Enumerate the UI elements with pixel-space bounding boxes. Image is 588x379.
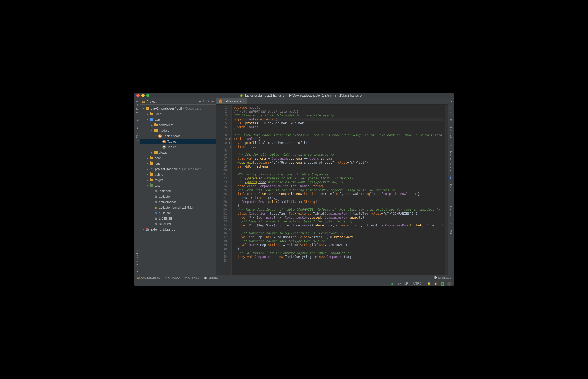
tool-event-log[interactable]: 💬 Event Log xyxy=(434,276,451,280)
impl-mark-icon[interactable]: ● xyxy=(229,141,230,145)
database-icon[interactable]: ☰ xyxy=(450,196,452,200)
tree-target[interactable]: ▶target xyxy=(140,177,216,183)
maximize-icon[interactable] xyxy=(146,94,149,97)
title-path: [~/Downloads/activator-1.3.5-minimal/pla… xyxy=(289,94,364,97)
tree-test[interactable]: ▶test xyxy=(140,183,216,188)
tool-cdi[interactable]: CDI xyxy=(449,107,452,114)
memory-indicator[interactable] xyxy=(447,282,451,286)
label: public xyxy=(155,173,163,176)
close-icon[interactable]: × xyxy=(243,99,245,103)
tree-project[interactable]: ▶≡project[root-build](sources root xyxy=(140,166,216,172)
svg-rect-4 xyxy=(150,118,153,121)
inspection-icon[interactable]: T xyxy=(441,282,444,286)
tree-views[interactable]: ▶views xyxy=(140,150,216,155)
window-title: ◉ Tables.scala - play2-hands-on - [~/Dow… xyxy=(153,94,452,97)
clock-icon[interactable]: ◕ xyxy=(391,282,394,286)
label: activator.bat xyxy=(159,200,176,204)
project-pane-header: ▦ Project ⊕ ⇊ ⚙ ⭰ xyxy=(140,98,216,105)
tool-favorites[interactable]: 2: Favorites xyxy=(136,249,139,266)
svg-rect-13 xyxy=(150,156,151,157)
scope-icon[interactable]: ⊕ xyxy=(199,100,201,103)
tool-sbt[interactable]: SBT xyxy=(449,229,452,237)
tree-tables-o[interactable]: OTables xyxy=(140,139,216,144)
minimize-icon[interactable] xyxy=(141,94,145,97)
tree-readme[interactable]: 🗎README xyxy=(140,221,216,227)
file-type-icon: O xyxy=(219,99,222,103)
db-icon[interactable]: ◪ xyxy=(136,118,139,121)
tool-todo[interactable]: ✎ 6: TODO xyxy=(165,276,180,280)
cdi-icon[interactable]: ◔ xyxy=(450,100,452,104)
left-tool-rail: 1: Project ◪ 7: Structure 2: Favorites ★ xyxy=(134,98,140,275)
tree-activator[interactable]: 🗎activator xyxy=(140,194,216,199)
project-tree[interactable]: ▼play2-hands-on[root]~/Downloads ▶.idea … xyxy=(140,105,216,275)
sbt-icon[interactable]: ≡ xyxy=(450,222,452,225)
impl-mark-icon[interactable]: ● xyxy=(229,227,230,231)
inspection-ok-icon[interactable]: ✓ xyxy=(446,106,448,110)
titlebar: ◉ Tables.scala - play2-hands-on - [~/Dow… xyxy=(134,93,454,98)
svg-rect-15 xyxy=(150,161,151,162)
tool-ant[interactable]: Ant Build xyxy=(449,125,452,139)
close-icon[interactable] xyxy=(136,94,140,97)
fold-icon[interactable]: ⊞ xyxy=(230,145,231,149)
project-pane-title[interactable]: Project xyxy=(147,100,156,103)
hector-icon[interactable]: 🤵 xyxy=(434,282,437,285)
label: GhcMod xyxy=(188,276,199,279)
cabal-icon[interactable]: ◐ xyxy=(450,176,452,179)
tree-public[interactable]: ▶public xyxy=(140,172,216,177)
gear-icon[interactable]: ⚙ xyxy=(207,100,209,103)
label3: (sources root xyxy=(182,167,201,171)
svg-rect-16 xyxy=(150,173,153,176)
tab-tables-scala[interactable]: O Tables.scala × xyxy=(216,98,247,104)
star-icon[interactable]: ★ xyxy=(136,270,139,273)
label: logs xyxy=(155,162,160,165)
line-gutter: 1234567891011151617181920212223242526272… xyxy=(216,105,228,275)
tree-root[interactable]: ▼play2-hands-on[root]~/Downloads xyxy=(140,106,216,111)
fold-icon[interactable]: ⊟ xyxy=(230,137,231,141)
tree-idea[interactable]: ▶.idea xyxy=(140,111,216,117)
tree-controllers[interactable]: ▶controllers xyxy=(140,122,216,128)
tree-build-sbt[interactable]: 🗎build.sbt xyxy=(140,210,216,216)
tree-conf[interactable]: ▶conf xyxy=(140,155,216,161)
tree-app[interactable]: ▼app xyxy=(140,117,216,122)
tool-cabal[interactable]: Cabal xyxy=(449,183,452,193)
svg-rect-5 xyxy=(150,118,151,118)
title-file: Tables.scala xyxy=(245,94,262,97)
tool-java-ee[interactable]: ▦ Java Enterprise xyxy=(137,276,160,280)
tree-logs[interactable]: ▶logs xyxy=(140,161,216,166)
line-separator[interactable]: LF≑ xyxy=(404,282,410,285)
project-pane: ▦ Project ⊕ ⇊ ⚙ ⭰ ▼play2-hands-on[root]~… xyxy=(140,98,216,275)
tree-external-libs[interactable]: ▶📚External Libraries xyxy=(140,227,216,232)
tool-maven[interactable]: Maven Projects xyxy=(449,150,452,172)
encoding[interactable]: UTF-8≑ xyxy=(413,282,424,285)
error-stripe[interactable]: ✓ xyxy=(445,105,448,275)
tree-license[interactable]: 🗎LICENSE xyxy=(140,216,216,221)
tool-ghcmod[interactable]: ≫ GhcMod xyxy=(184,276,199,280)
gutter-marks: ● ● ⊟ ⊞ ● xyxy=(228,105,232,275)
tree-activator-bat[interactable]: 🗎activator.bat xyxy=(140,199,216,205)
tool-structure[interactable]: 7: Structure xyxy=(136,125,139,142)
tool-database[interactable]: Database xyxy=(449,204,452,218)
label: activator-launch-1.3.5.jar xyxy=(159,206,193,209)
tree-root-label: play2-hands-on xyxy=(151,107,174,110)
label: README xyxy=(159,222,172,226)
status-bar: ◕ 4:8 LF≑ UTF-8≑ 🔒 🤵 T xyxy=(134,281,454,286)
hide-icon[interactable]: ⭰ xyxy=(211,100,214,103)
label: models xyxy=(159,129,169,132)
tree-tables-scala[interactable]: ▼OTables.scala xyxy=(140,133,216,139)
ant-icon[interactable]: ✽ xyxy=(450,118,452,122)
label: Tables xyxy=(167,140,176,143)
tree-models[interactable]: ▼models xyxy=(140,128,216,133)
cursor-position[interactable]: 4:8 xyxy=(397,282,401,285)
label: Terminal xyxy=(207,276,218,279)
tree-activator-jar[interactable]: ▮activator-launch-1.3.5.jar xyxy=(140,205,216,210)
tool-project[interactable]: 1: Project xyxy=(136,100,139,114)
tree-tables-t[interactable]: TTables xyxy=(140,144,216,150)
lock-icon[interactable]: 🔒 xyxy=(427,282,431,285)
code-editor[interactable]: 1234567891011151617181920212223242526272… xyxy=(216,105,448,275)
collapse-icon[interactable]: ⇊ xyxy=(203,100,205,103)
tree-gitignore[interactable]: 🗎.gitignore xyxy=(140,188,216,194)
code-content[interactable]: package models// AUTO-GENERATED Slick da… xyxy=(232,105,445,275)
maven-icon[interactable]: m xyxy=(450,143,452,146)
svg-rect-20 xyxy=(150,184,153,187)
tool-terminal[interactable]: ▣ Terminal xyxy=(204,276,218,280)
